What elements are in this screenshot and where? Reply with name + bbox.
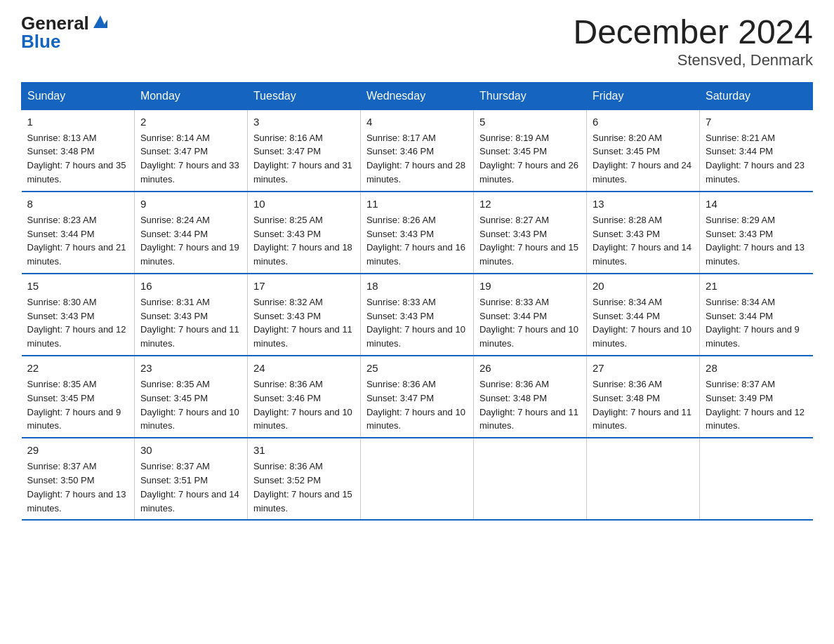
day-number: 9 (140, 196, 241, 212)
header-wednesday: Wednesday (360, 82, 473, 109)
day-info: Sunrise: 8:36 AMSunset: 3:46 PMDaylight:… (253, 379, 352, 431)
day-info: Sunrise: 8:37 AMSunset: 3:51 PMDaylight:… (140, 461, 239, 514)
page-subtitle: Stensved, Denmark (573, 51, 813, 69)
calendar-week-row: 22Sunrise: 8:35 AMSunset: 3:45 PMDayligh… (22, 356, 813, 438)
header-sunday: Sunday (22, 82, 135, 109)
table-row (700, 438, 813, 520)
table-row: 5Sunrise: 8:19 AMSunset: 3:45 PMDaylight… (473, 109, 586, 192)
table-row: 26Sunrise: 8:36 AMSunset: 3:48 PMDayligh… (473, 356, 586, 438)
day-number: 11 (366, 196, 468, 212)
day-info: Sunrise: 8:31 AMSunset: 3:43 PMDaylight:… (140, 297, 239, 349)
calendar-table: Sunday Monday Tuesday Wednesday Thursday… (21, 82, 813, 521)
day-number: 12 (479, 196, 581, 212)
calendar-week-row: 29Sunrise: 8:37 AMSunset: 3:50 PMDayligh… (22, 438, 813, 520)
table-row: 12Sunrise: 8:27 AMSunset: 3:43 PMDayligh… (473, 192, 586, 274)
day-info: Sunrise: 8:17 AMSunset: 3:46 PMDaylight:… (366, 133, 465, 185)
day-number: 15 (27, 279, 128, 294)
table-row: 21Sunrise: 8:34 AMSunset: 3:44 PMDayligh… (700, 274, 813, 356)
day-info: Sunrise: 8:16 AMSunset: 3:47 PMDaylight:… (253, 133, 352, 185)
table-row: 29Sunrise: 8:37 AMSunset: 3:50 PMDayligh… (22, 438, 135, 520)
day-info: Sunrise: 8:35 AMSunset: 3:45 PMDaylight:… (27, 379, 121, 431)
table-row: 20Sunrise: 8:34 AMSunset: 3:44 PMDayligh… (587, 274, 700, 356)
day-info: Sunrise: 8:33 AMSunset: 3:43 PMDaylight:… (366, 297, 465, 349)
page-header: General Blue December 2024 Stensved, Den… (21, 14, 813, 69)
logo-general-text: General (21, 14, 89, 32)
day-info: Sunrise: 8:37 AMSunset: 3:49 PMDaylight:… (706, 379, 805, 431)
day-info: Sunrise: 8:34 AMSunset: 3:44 PMDaylight:… (593, 297, 691, 349)
day-number: 27 (593, 361, 694, 376)
table-row: 15Sunrise: 8:30 AMSunset: 3:43 PMDayligh… (22, 274, 135, 356)
day-number: 30 (140, 443, 241, 458)
header-thursday: Thursday (473, 82, 586, 109)
table-row: 9Sunrise: 8:24 AMSunset: 3:44 PMDaylight… (134, 192, 247, 274)
day-info: Sunrise: 8:30 AMSunset: 3:43 PMDaylight:… (27, 297, 126, 349)
table-row (473, 438, 586, 520)
table-row: 4Sunrise: 8:17 AMSunset: 3:46 PMDaylight… (360, 109, 473, 192)
day-info: Sunrise: 8:24 AMSunset: 3:44 PMDaylight:… (140, 215, 239, 267)
day-number: 21 (706, 279, 807, 294)
logo-blue-text: Blue (21, 32, 60, 51)
day-info: Sunrise: 8:23 AMSunset: 3:44 PMDaylight:… (27, 215, 126, 267)
day-number: 6 (593, 114, 694, 130)
day-number: 14 (706, 196, 807, 212)
table-row: 6Sunrise: 8:20 AMSunset: 3:45 PMDaylight… (587, 109, 700, 192)
day-number: 19 (479, 279, 581, 294)
day-number: 22 (27, 361, 128, 376)
day-number: 3 (253, 114, 355, 130)
table-row: 2Sunrise: 8:14 AMSunset: 3:47 PMDaylight… (134, 109, 247, 192)
header-friday: Friday (587, 82, 700, 109)
table-row: 1Sunrise: 8:13 AMSunset: 3:48 PMDaylight… (22, 109, 135, 192)
table-row: 24Sunrise: 8:36 AMSunset: 3:46 PMDayligh… (247, 356, 360, 438)
day-number: 2 (140, 114, 241, 130)
day-info: Sunrise: 8:29 AMSunset: 3:43 PMDaylight:… (706, 215, 805, 267)
day-number: 29 (27, 443, 128, 458)
day-info: Sunrise: 8:36 AMSunset: 3:47 PMDaylight:… (366, 379, 465, 431)
logo-triangle-icon (92, 14, 107, 32)
table-row: 17Sunrise: 8:32 AMSunset: 3:43 PMDayligh… (247, 274, 360, 356)
day-info: Sunrise: 8:25 AMSunset: 3:43 PMDaylight:… (253, 215, 352, 267)
page-title: December 2024 (573, 14, 813, 51)
day-number: 23 (140, 361, 241, 376)
day-number: 1 (27, 114, 128, 130)
day-number: 13 (593, 196, 694, 212)
day-number: 5 (479, 114, 581, 130)
day-info: Sunrise: 8:36 AMSunset: 3:52 PMDaylight:… (253, 461, 352, 514)
header-tuesday: Tuesday (247, 82, 360, 109)
table-row: 22Sunrise: 8:35 AMSunset: 3:45 PMDayligh… (22, 356, 135, 438)
table-row: 8Sunrise: 8:23 AMSunset: 3:44 PMDaylight… (22, 192, 135, 274)
calendar-week-row: 8Sunrise: 8:23 AMSunset: 3:44 PMDaylight… (22, 192, 813, 274)
day-number: 7 (706, 114, 807, 130)
day-number: 24 (253, 361, 355, 376)
table-row: 25Sunrise: 8:36 AMSunset: 3:47 PMDayligh… (360, 356, 473, 438)
table-row (587, 438, 700, 520)
title-block: December 2024 Stensved, Denmark (573, 14, 813, 69)
day-info: Sunrise: 8:14 AMSunset: 3:47 PMDaylight:… (140, 133, 239, 185)
day-info: Sunrise: 8:33 AMSunset: 3:44 PMDaylight:… (479, 297, 578, 349)
table-row: 31Sunrise: 8:36 AMSunset: 3:52 PMDayligh… (247, 438, 360, 520)
table-row: 13Sunrise: 8:28 AMSunset: 3:43 PMDayligh… (587, 192, 700, 274)
day-number: 16 (140, 279, 241, 294)
day-number: 17 (253, 279, 355, 294)
day-info: Sunrise: 8:21 AMSunset: 3:44 PMDaylight:… (706, 133, 805, 185)
table-row: 10Sunrise: 8:25 AMSunset: 3:43 PMDayligh… (247, 192, 360, 274)
day-info: Sunrise: 8:36 AMSunset: 3:48 PMDaylight:… (479, 379, 578, 431)
table-row: 7Sunrise: 8:21 AMSunset: 3:44 PMDaylight… (700, 109, 813, 192)
logo: General Blue (21, 14, 107, 51)
day-number: 8 (27, 196, 128, 212)
table-row: 27Sunrise: 8:36 AMSunset: 3:48 PMDayligh… (587, 356, 700, 438)
table-row (360, 438, 473, 520)
table-row: 16Sunrise: 8:31 AMSunset: 3:43 PMDayligh… (134, 274, 247, 356)
table-row: 23Sunrise: 8:35 AMSunset: 3:45 PMDayligh… (134, 356, 247, 438)
day-number: 28 (706, 361, 807, 376)
table-row: 30Sunrise: 8:37 AMSunset: 3:51 PMDayligh… (134, 438, 247, 520)
day-info: Sunrise: 8:28 AMSunset: 3:43 PMDaylight:… (593, 215, 691, 267)
day-number: 18 (366, 279, 468, 294)
header-saturday: Saturday (700, 82, 813, 109)
day-info: Sunrise: 8:34 AMSunset: 3:44 PMDaylight:… (706, 297, 800, 349)
day-info: Sunrise: 8:36 AMSunset: 3:48 PMDaylight:… (593, 379, 691, 431)
table-row: 18Sunrise: 8:33 AMSunset: 3:43 PMDayligh… (360, 274, 473, 356)
day-info: Sunrise: 8:27 AMSunset: 3:43 PMDaylight:… (479, 215, 578, 267)
day-number: 4 (366, 114, 468, 130)
day-info: Sunrise: 8:32 AMSunset: 3:43 PMDaylight:… (253, 297, 352, 349)
table-row: 3Sunrise: 8:16 AMSunset: 3:47 PMDaylight… (247, 109, 360, 192)
